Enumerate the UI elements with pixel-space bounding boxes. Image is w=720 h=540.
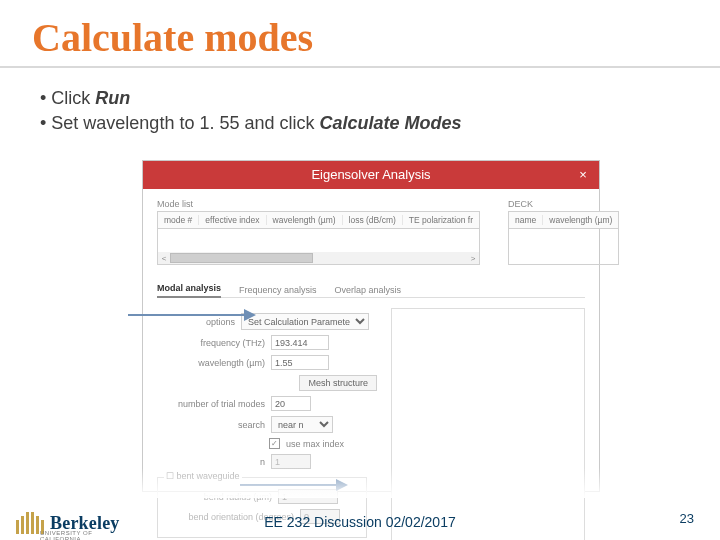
bent-waveguide-checkbox[interactable]: ☐ (166, 471, 174, 481)
col-wavelength[interactable]: wavelength (µm) (267, 215, 343, 225)
analysis-tabs: Modal analysis Frequency analysis Overla… (157, 283, 585, 298)
search-select[interactable]: near n (271, 416, 333, 433)
mode-list-panel: Mode list mode # effective index wavelen… (157, 199, 480, 265)
footer-center-text: EE 232 Discussion 02/02/2017 (0, 514, 720, 530)
options-select[interactable]: Set Calculation Parameters (241, 313, 369, 330)
row-n: n (157, 454, 377, 469)
col-loss[interactable]: loss (dB/cm) (343, 215, 403, 225)
bullet-1-bold: Run (95, 88, 130, 108)
scroll-track[interactable] (170, 252, 467, 264)
bullet-1-text: Click (51, 88, 95, 108)
bend-radius-label: bend radius (µm) (164, 492, 272, 502)
close-icon[interactable]: × (575, 167, 591, 183)
trial-modes-label: number of trial modes (157, 399, 265, 409)
row-search: search near n (157, 416, 377, 433)
wavelength-input[interactable] (271, 355, 329, 370)
mode-list-scrollbar[interactable]: < > (158, 252, 479, 264)
deck-col-wavelength[interactable]: wavelength (µm) (543, 215, 618, 225)
wavelength-label: wavelength (µm) (157, 358, 265, 368)
trial-modes-input[interactable] (271, 396, 311, 411)
bullet-2: Set wavelength to 1. 55 and click Calcul… (40, 113, 680, 134)
col-mode-num[interactable]: mode # (158, 215, 199, 225)
dialog-body: Mode list mode # effective index wavelen… (143, 189, 599, 540)
deck-col-name[interactable]: name (509, 215, 543, 225)
page-number: 23 (680, 511, 694, 526)
eigensolver-dialog: Eigensolver Analysis × Mode list mode # … (142, 160, 600, 492)
logo-subtext: UNIVERSITY OF CALIFORNIA (40, 530, 120, 540)
dialog-titlebar: Eigensolver Analysis × (143, 161, 599, 189)
tab-frequency-analysis[interactable]: Frequency analysis (239, 285, 317, 298)
deck-panel: DECK name wavelength (µm) (508, 199, 619, 265)
top-lists-row: Mode list mode # effective index wavelen… (157, 199, 585, 265)
bullet-2-text-a: Set wavelength to 1. 55 and click (51, 113, 319, 133)
tab-overlap-analysis[interactable]: Overlap analysis (335, 285, 402, 298)
bullet-list: Click Run Set wavelength to 1. 55 and cl… (40, 88, 680, 138)
tab-modal-analysis[interactable]: Modal analysis (157, 283, 221, 298)
slide: Calculate modes Click Run Set wavelength… (0, 0, 720, 540)
bullet-1: Click Run (40, 88, 680, 109)
row-options: options Set Calculation Parameters (157, 313, 377, 330)
bent-waveguide-legend: ☐ bent waveguide (164, 471, 242, 481)
mode-list-header: mode # effective index wavelength (µm) l… (157, 211, 480, 229)
deck-label: DECK (508, 199, 619, 209)
slide-title: Calculate modes (32, 14, 313, 61)
bent-waveguide-label: bent waveguide (177, 471, 240, 481)
mode-list-body: < > (157, 229, 480, 265)
col-te-pol[interactable]: TE polarization fr (403, 215, 479, 225)
search-label: search (157, 420, 265, 430)
use-max-index-label: use max index (286, 439, 344, 449)
row-wavelength: wavelength (µm) (157, 355, 377, 370)
dialog-title-text: Eigensolver Analysis (311, 167, 430, 182)
col-eff-index[interactable]: effective index (199, 215, 266, 225)
deck-header: name wavelength (µm) (508, 211, 619, 229)
n-label: n (157, 457, 265, 467)
row-mesh: Mesh structure (157, 375, 377, 391)
use-max-index-checkbox[interactable]: ✓ (269, 438, 280, 449)
row-trial-modes: number of trial modes (157, 396, 377, 411)
frequency-input[interactable] (271, 335, 329, 350)
scroll-left-icon[interactable]: < (158, 254, 170, 263)
scroll-thumb[interactable] (170, 253, 313, 263)
title-underline (0, 66, 720, 68)
mode-list-label: Mode list (157, 199, 480, 209)
options-label: options (157, 317, 235, 327)
bullet-2-bold: Calculate Modes (319, 113, 461, 133)
row-frequency: frequency (THz) (157, 335, 377, 350)
frequency-label: frequency (THz) (157, 338, 265, 348)
scroll-right-icon[interactable]: > (467, 254, 479, 263)
n-input[interactable] (271, 454, 311, 469)
row-use-max-index: ✓ use max index (157, 438, 377, 449)
slide-footer: Berkeley UNIVERSITY OF CALIFORNIA EE 232… (0, 502, 720, 540)
mesh-structure-button[interactable]: Mesh structure (299, 375, 377, 391)
deck-body (508, 229, 619, 265)
